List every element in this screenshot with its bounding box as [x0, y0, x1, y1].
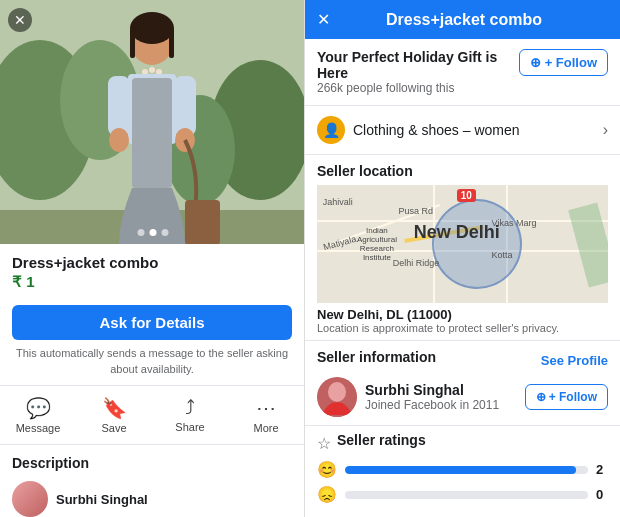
svg-point-11 [149, 67, 155, 73]
happy-count: 2 [596, 462, 608, 477]
follow-plus-icon: ⊕ [530, 55, 541, 70]
product-image: ✕ [0, 0, 305, 244]
seller-joined: Joined Facebook in 2011 [365, 398, 517, 412]
svg-point-7 [130, 12, 174, 44]
save-icon: 🔖 [102, 396, 127, 420]
happy-bar-container [345, 466, 588, 474]
action-bar: 💬 Message 🔖 Save ⤴ Share ⋯ More [0, 385, 304, 445]
product-info: Dress+jacket combo ₹ 1 [0, 244, 304, 305]
follow-label2: + Follow [549, 390, 597, 404]
svg-rect-19 [185, 200, 220, 244]
close-button-left[interactable]: ✕ [8, 8, 32, 32]
ratings-section: ☆ Seller ratings 😊 2 😞 0 [305, 425, 620, 512]
svg-rect-8 [130, 28, 135, 58]
ask-subtext: This automatically sends a message to th… [0, 346, 304, 385]
svg-point-23 [328, 382, 346, 402]
seller-info-title: Seller information [317, 349, 436, 365]
description-section: Description [0, 445, 304, 481]
more-label: More [253, 422, 278, 434]
category-icon: 👤 [317, 116, 345, 144]
see-profile-link[interactable]: See Profile [541, 353, 608, 368]
follow-seller-button[interactable]: ⊕ + Follow [525, 384, 608, 410]
seller-location-title: Seller location [317, 163, 608, 179]
seller-name-left: Surbhi Singhal [56, 492, 148, 507]
svg-rect-9 [169, 28, 174, 58]
svg-point-17 [109, 128, 129, 152]
marketplace-banner: Your Perfect Holiday Gift is Here 266k p… [305, 39, 620, 106]
banner-text: Your Perfect Holiday Gift is Here 266k p… [317, 49, 511, 95]
ratings-title: Seller ratings [337, 432, 426, 448]
seller-name-right: Surbhi Singhal [365, 382, 517, 398]
dot-1 [137, 229, 144, 236]
product-title: Dress+jacket combo [12, 254, 292, 271]
category-label: Clothing & shoes – women [353, 122, 595, 138]
follow-label: + Follow [545, 55, 597, 70]
chevron-right-icon: › [603, 121, 608, 139]
more-action[interactable]: ⋯ More [228, 390, 304, 440]
dot-2 [149, 229, 156, 236]
location-city: New Delhi, DL (11000) [317, 307, 608, 322]
seller-avatar-left [12, 481, 48, 517]
save-action[interactable]: 🔖 Save [76, 390, 152, 440]
more-icon: ⋯ [256, 396, 276, 420]
map-circle [432, 199, 522, 289]
seller-avatar-right [317, 377, 357, 417]
seller-info-section: Seller information See Profile Surbhi Si… [305, 340, 620, 425]
share-action[interactable]: ⤴ Share [152, 390, 228, 440]
message-action[interactable]: 💬 Message [0, 390, 76, 440]
seller-location-section: Seller location New Delhi 10 [305, 155, 620, 340]
follow-banner-button[interactable]: ⊕ + Follow [519, 49, 608, 76]
right-header: ✕ Dress+jacket combo [305, 0, 620, 39]
banner-title: Your Perfect Holiday Gift is Here [317, 49, 511, 81]
svg-rect-16 [174, 76, 196, 136]
dot-3 [161, 229, 168, 236]
image-dots [137, 229, 168, 236]
sad-count: 0 [596, 487, 608, 502]
seller-info-text: Surbhi Singhal Joined Facebook in 2011 [365, 382, 517, 412]
seller-row-left: Surbhi Singhal [0, 481, 304, 517]
happy-bar-fill [345, 466, 576, 474]
message-icon: 💬 [26, 396, 51, 420]
map-container: New Delhi 10 Pusa Rd Delhi Ridge Vikas M… [317, 185, 608, 303]
product-figure [0, 0, 305, 244]
map-green-area [568, 202, 608, 287]
share-icon: ⤴ [185, 396, 195, 419]
svg-rect-15 [108, 76, 130, 136]
svg-rect-14 [132, 78, 172, 188]
happy-smiley-icon: 😊 [317, 460, 337, 479]
rating-row-happy: 😊 2 [317, 460, 608, 479]
ask-for-details-button[interactable]: Ask for Details [12, 305, 292, 340]
follow-plus-icon2: ⊕ [536, 390, 546, 404]
close-button-right[interactable]: ✕ [317, 10, 330, 29]
header-title: Dress+jacket combo [340, 11, 588, 29]
seller-info-header: Seller information See Profile [317, 349, 608, 371]
seller-row-right: Surbhi Singhal Joined Facebook in 2011 ⊕… [317, 377, 608, 417]
banner-followers: 266k people following this [317, 81, 511, 95]
save-label: Save [101, 422, 126, 434]
product-price: ₹ 1 [12, 273, 292, 291]
map-background: New Delhi 10 Pusa Rd Delhi Ridge Vikas M… [317, 185, 608, 303]
right-panel: ✕ Dress+jacket combo Your Perfect Holida… [305, 0, 620, 517]
share-label: Share [175, 421, 204, 433]
message-label: Message [16, 422, 61, 434]
sad-smiley-icon: 😞 [317, 485, 337, 504]
category-row[interactable]: 👤 Clothing & shoes – women › [305, 106, 620, 155]
map-pin: 10 [457, 189, 476, 202]
description-title: Description [12, 455, 292, 471]
rating-row-sad: 😞 0 [317, 485, 608, 504]
star-icon: ☆ [317, 434, 331, 453]
map-city-label: New Delhi [414, 222, 500, 243]
sad-bar-container [345, 491, 588, 499]
location-note: Location is approximate to protect selle… [317, 322, 608, 334]
left-panel: ✕ Dress+jacket combo ₹ 1 Ask for Details… [0, 0, 305, 517]
